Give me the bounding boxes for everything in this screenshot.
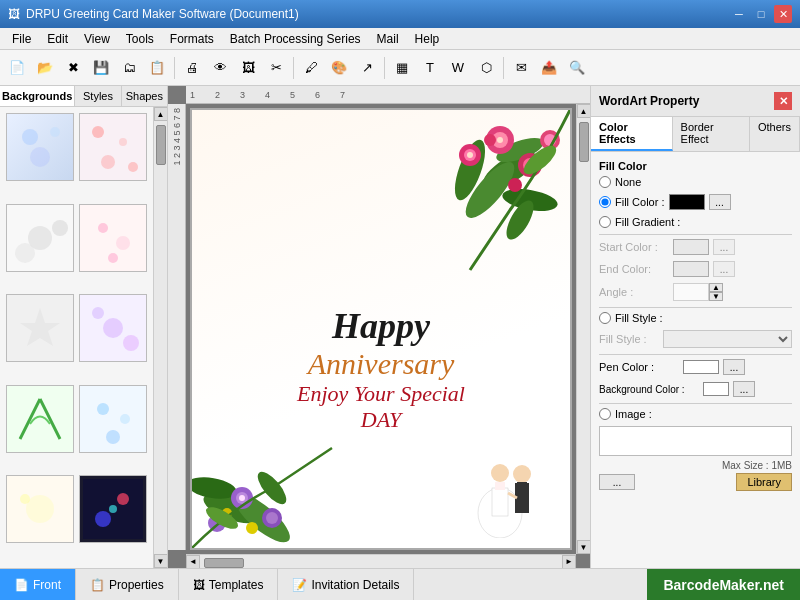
svg-point-8 [52,220,68,236]
menu-item-mail[interactable]: Mail [369,28,407,50]
thumbnail-3[interactable] [6,204,74,272]
pen-color-swatch[interactable] [683,360,719,374]
angle-decrement[interactable]: ▼ [709,292,723,301]
separator-4 [599,403,792,404]
thumbnail-1[interactable] [6,113,74,181]
bg-color-browse[interactable]: ... [733,381,755,397]
fill-gradient-radio[interactable] [599,216,611,228]
thumbnail-10[interactable] [79,475,147,543]
tab-color-effects[interactable]: Color Effects [591,117,673,151]
library-button[interactable]: Library [736,473,792,491]
canvas-vthumb[interactable] [579,122,589,162]
copy-button[interactable]: 📋 [144,55,170,81]
svg-point-2 [30,147,50,167]
tab-styles[interactable]: Styles [75,86,121,106]
pen-color-browse[interactable]: ... [723,359,745,375]
title-bar: 🖼 DRPU Greeting Card Maker Software (Doc… [0,0,800,28]
tab-shapes[interactable]: Shapes [122,86,167,106]
fill-color-swatch[interactable] [669,194,705,210]
fill-color-radio[interactable] [599,196,611,208]
pen-button[interactable]: 🖊 [298,55,324,81]
scroll-down-arrow[interactable]: ▼ [154,554,168,568]
end-color-input[interactable] [673,261,709,277]
canvas-hscrollbar: ◄ ► [186,554,576,568]
none-row: None [599,176,792,188]
start-color-browse[interactable]: ... [713,239,735,255]
print-button[interactable]: 🖨 [179,55,205,81]
paint-button[interactable]: 🎨 [326,55,352,81]
fill-style-header-row: Fill Style : [599,312,792,324]
angle-increment[interactable]: ▲ [709,283,723,292]
scroll-thumb[interactable] [156,125,166,165]
tab-border-effect[interactable]: Border Effect [673,117,750,151]
svg-point-25 [95,511,111,527]
none-radio[interactable] [599,176,611,188]
fill-style-dropdown[interactable] [663,330,792,348]
bg-color-swatch[interactable] [703,382,729,396]
scroll-up-arrow[interactable]: ▲ [154,107,168,121]
menu-item-view[interactable]: View [76,28,118,50]
wordart-close-button[interactable]: ✕ [774,92,792,110]
ruler-top: 1 2 3 4 5 6 7 [186,86,590,104]
export-button[interactable]: 📤 [536,55,562,81]
menu-item-help[interactable]: Help [407,28,448,50]
thumbnail-grid [0,107,153,568]
image-dots-button[interactable]: ... [599,474,635,490]
barcode-button[interactable]: ▦ [389,55,415,81]
thumbnail-5[interactable] [6,294,74,362]
fill-color-browse-button[interactable]: ... [709,194,731,210]
bottom-tab-invitation[interactable]: 📝Invitation Details [278,569,414,600]
close-button[interactable]: ✕ [774,5,792,23]
thumbnail-9[interactable] [6,475,74,543]
tab-label-front: Front [33,578,61,592]
property-content: Fill Color None Fill Color : ... Fill Gr… [591,152,800,568]
tab-icon-front: 📄 [14,578,29,592]
end-color-browse[interactable]: ... [713,261,735,277]
thumbnail-6[interactable] [79,294,147,362]
preview-button[interactable]: 👁 [207,55,233,81]
save-button[interactable]: 💾 [88,55,114,81]
angle-input[interactable]: 0 [673,283,709,301]
bottom-tab-front[interactable]: 📄Front [0,569,76,600]
wordart-button[interactable]: W [445,55,471,81]
menu-item-file[interactable]: File [4,28,39,50]
svg-point-11 [116,236,130,250]
canvas-scroll-up[interactable]: ▲ [577,104,591,118]
end-color-row: End Color: ... [599,261,792,277]
fill-style-radio[interactable] [599,312,611,324]
open-button[interactable]: 📂 [32,55,58,81]
close-doc-button[interactable]: ✖ [60,55,86,81]
fill-gradient-row: Fill Gradient : [599,216,792,228]
canvas-scroll-left[interactable]: ◄ [186,555,200,569]
bottom-bar: 📄Front📋Properties🖼Templates📝Invitation D… [0,568,800,600]
start-color-input[interactable] [673,239,709,255]
tab-backgrounds[interactable]: Backgrounds [0,86,75,106]
tab-others[interactable]: Others [750,117,800,151]
image-radio[interactable] [599,408,611,420]
arrow-button[interactable]: ↗ [354,55,380,81]
svg-point-15 [92,307,104,319]
thumbnail-2[interactable] [79,113,147,181]
thumbnail-7[interactable] [6,385,74,453]
zoom-button[interactable]: 🔍 [564,55,590,81]
bottom-tab-templates[interactable]: 🖼Templates [179,569,279,600]
mail-button[interactable]: ✉ [508,55,534,81]
text-button[interactable]: T [417,55,443,81]
svg-point-57 [246,522,258,534]
menu-item-edit[interactable]: Edit [39,28,76,50]
image-button[interactable]: 🖼 [235,55,261,81]
thumbnail-8[interactable] [79,385,147,453]
shape-button[interactable]: ⬡ [473,55,499,81]
minimize-button[interactable]: ─ [730,5,748,23]
canvas-scroll-right[interactable]: ► [562,555,576,569]
new-button[interactable]: 📄 [4,55,30,81]
canvas-scroll-down[interactable]: ▼ [577,540,591,554]
menu-item-batch-processing-series[interactable]: Batch Processing Series [222,28,369,50]
menu-item-formats[interactable]: Formats [162,28,222,50]
crop-button[interactable]: ✂ [263,55,289,81]
save-all-button[interactable]: 🗂 [116,55,142,81]
maximize-button[interactable]: □ [752,5,770,23]
bottom-tab-properties[interactable]: 📋Properties [76,569,179,600]
menu-item-tools[interactable]: Tools [118,28,162,50]
thumbnail-4[interactable] [79,204,147,272]
